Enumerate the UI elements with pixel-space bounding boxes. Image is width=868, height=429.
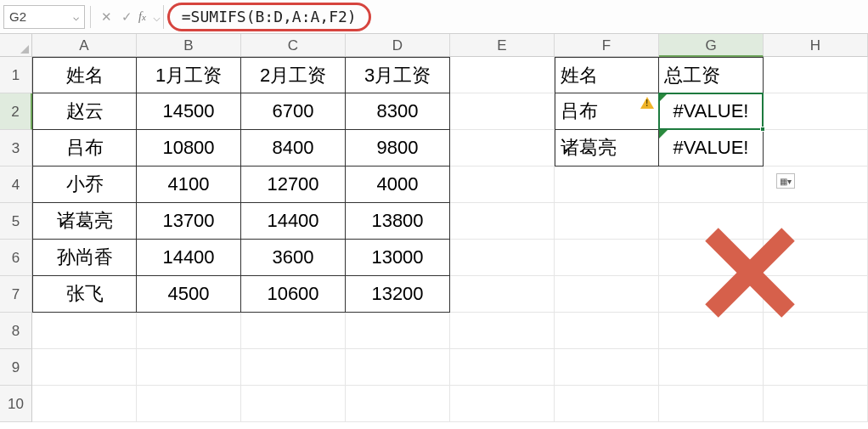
cell[interactable]: 14400 (137, 240, 241, 276)
row-header[interactable]: 9 (0, 349, 32, 386)
cell[interactable] (137, 313, 241, 349)
cell[interactable] (659, 349, 764, 386)
cell[interactable] (659, 167, 764, 203)
cell-value: 4500 (168, 283, 210, 305)
warning-icon[interactable] (640, 97, 654, 109)
cell[interactable] (32, 313, 137, 349)
column-header[interactable]: B (137, 34, 241, 57)
cell[interactable] (555, 276, 659, 313)
cell[interactable]: 诸葛亮 (555, 130, 659, 167)
check-icon[interactable]: ✓ (116, 7, 137, 27)
cell[interactable]: 12700 (241, 167, 346, 203)
cell[interactable]: 姓名 (555, 57, 659, 93)
cell[interactable] (450, 57, 555, 93)
cell[interactable] (555, 313, 659, 349)
cell[interactable] (450, 167, 555, 203)
cell[interactable] (450, 386, 555, 422)
row-header[interactable]: 2 (0, 93, 32, 130)
cell[interactable] (555, 240, 659, 276)
row-header[interactable]: 10 (0, 386, 32, 422)
cell[interactable]: 小乔 (32, 167, 137, 203)
cell[interactable] (764, 386, 868, 422)
cell[interactable]: 14500 (137, 93, 241, 130)
name-box[interactable]: G2 ⌵ (3, 5, 85, 29)
cell[interactable]: 姓名 (32, 57, 137, 93)
cell[interactable]: 吕布 (32, 130, 137, 167)
cell[interactable]: 10800 (137, 130, 241, 167)
cell[interactable] (137, 386, 241, 422)
cell[interactable] (32, 386, 137, 422)
cell[interactable]: 诸葛亮 (32, 203, 137, 240)
cell[interactable]: 4100 (137, 167, 241, 203)
cell[interactable]: 14400 (241, 203, 346, 240)
cell[interactable]: 6700 (241, 93, 346, 130)
cell[interactable]: 13000 (346, 240, 450, 276)
autofill-options-icon[interactable]: ▦▾ (776, 173, 795, 189)
cell[interactable] (450, 349, 555, 386)
cell[interactable] (764, 130, 868, 167)
row-header[interactable]: 6 (0, 240, 32, 276)
row-header[interactable]: 3 (0, 130, 32, 167)
cell[interactable]: 9800 (346, 130, 450, 167)
cell[interactable] (659, 386, 764, 422)
cell[interactable] (450, 240, 555, 276)
row-header[interactable]: 7 (0, 276, 32, 313)
cell[interactable]: 赵云 (32, 93, 137, 130)
cell[interactable] (450, 130, 555, 167)
cell[interactable] (346, 313, 450, 349)
cell[interactable]: 3600 (241, 240, 346, 276)
cell[interactable] (450, 93, 555, 130)
cell[interactable] (555, 386, 659, 422)
cell[interactable]: 4000 (346, 167, 450, 203)
cell[interactable] (555, 203, 659, 240)
column-header[interactable]: H (764, 34, 868, 57)
column-header[interactable]: D (346, 34, 450, 57)
cell[interactable] (555, 349, 659, 386)
cell[interactable]: 13700 (137, 203, 241, 240)
cell[interactable] (346, 349, 450, 386)
cell[interactable] (137, 349, 241, 386)
cell[interactable]: #VALUE! (659, 130, 764, 167)
cell[interactable]: #VALUE! (659, 93, 764, 130)
cell[interactable]: 8300 (346, 93, 450, 130)
formula-input[interactable]: =SUMIFS(B:D,A:A,F2) (167, 3, 371, 31)
chevron-down-icon[interactable]: ⌵ (151, 7, 163, 27)
cell[interactable]: 2月工资 (241, 57, 346, 93)
fx-icon[interactable]: fx (138, 10, 146, 24)
cell[interactable]: 13200 (346, 276, 450, 313)
cell[interactable] (346, 386, 450, 422)
cell[interactable] (450, 203, 555, 240)
cell[interactable] (241, 349, 346, 386)
chevron-down-icon[interactable]: ⌵ (73, 11, 79, 23)
row-header[interactable]: 5 (0, 203, 32, 240)
cell[interactable]: 4500 (137, 276, 241, 313)
column-header[interactable]: C (241, 34, 346, 57)
cell[interactable] (764, 349, 868, 386)
cell[interactable] (241, 313, 346, 349)
cell[interactable]: 8400 (241, 130, 346, 167)
cell[interactable] (32, 349, 137, 386)
row-header[interactable]: 4 (0, 167, 32, 203)
cell[interactable]: 13800 (346, 203, 450, 240)
cell[interactable] (450, 313, 555, 349)
cell[interactable] (450, 276, 555, 313)
column-header[interactable]: F (555, 34, 659, 57)
cell[interactable] (241, 386, 346, 422)
column-header[interactable]: G (659, 34, 764, 57)
cell[interactable]: 10600 (241, 276, 346, 313)
row-header[interactable]: 8 (0, 313, 32, 349)
cell[interactable]: 1月工资 (137, 57, 241, 93)
cell[interactable]: 3月工资 (346, 57, 450, 93)
column-header[interactable]: E (450, 34, 555, 57)
cell[interactable] (555, 167, 659, 203)
cell[interactable] (764, 57, 868, 93)
column-header[interactable]: A (32, 34, 137, 57)
cell[interactable]: 张飞 (32, 276, 137, 313)
select-all-corner[interactable] (0, 34, 32, 57)
cell[interactable]: 孙尚香 (32, 240, 137, 276)
cancel-icon[interactable]: ✕ (96, 7, 116, 27)
spreadsheet-grid[interactable]: ABCDEFGH 12345678910 姓名1月工资2月工资3月工资姓名总工资… (0, 34, 868, 429)
row-header[interactable]: 1 (0, 57, 32, 93)
cell[interactable] (764, 93, 868, 130)
cell[interactable]: 总工资 (659, 57, 764, 93)
